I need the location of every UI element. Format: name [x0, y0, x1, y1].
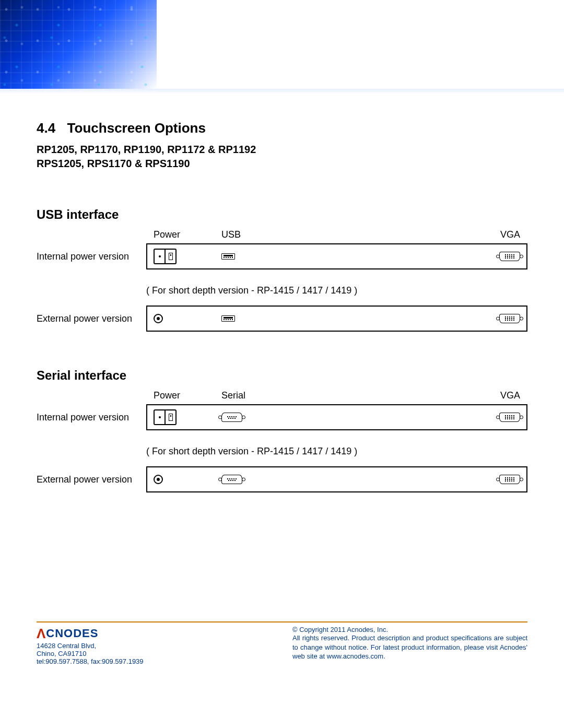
label-usb: USB — [221, 229, 473, 240]
usb-external-label: External power version — [37, 313, 141, 324]
usb-interface-heading: USB interface — [37, 207, 527, 222]
serial-interface-block: Serial interface Power Serial VGA Intern… — [37, 368, 527, 492]
usb-port-icon — [221, 253, 473, 260]
usb-internal-row: Internal power version — [37, 243, 527, 269]
header-banner-image — [0, 0, 157, 89]
serial-port-icon — [221, 475, 473, 484]
vga-port-icon — [473, 314, 520, 323]
dc-jack-icon — [154, 475, 221, 484]
usb-interface-block: USB interface Power USB VGA Internal pow… — [37, 207, 527, 332]
vga-port-icon — [473, 252, 520, 261]
vga-port-icon — [473, 475, 520, 484]
serial-port-icon — [221, 413, 473, 422]
usb-external-panel — [146, 306, 527, 332]
usb-port-labels: Power USB VGA — [146, 229, 527, 243]
label-power: Power — [154, 229, 221, 240]
footer-rule — [37, 621, 527, 623]
serial-external-panel — [146, 466, 527, 492]
usb-port-icon — [221, 315, 473, 322]
iec-power-icon — [154, 249, 221, 264]
brand-logo: ΛCNODES — [37, 626, 272, 642]
page-content: 4.4 Touchscreen Options RP1205, RP1170, … — [0, 94, 564, 492]
usb-internal-panel — [146, 243, 527, 269]
footer-right: © Copyright 2011 Acnodes, Inc. All right… — [292, 626, 527, 665]
footer-address1: 14628 Central Blvd, — [37, 642, 272, 650]
model-list-line2: RPS1205, RPS1170 & RPS1190 — [37, 157, 527, 171]
footer-address2: Chino, CA91710 — [37, 650, 272, 657]
section-title: Touchscreen Options — [67, 120, 206, 136]
serial-port-labels: Power Serial VGA — [146, 390, 527, 404]
section-heading: 4.4 Touchscreen Options — [37, 120, 527, 136]
model-list-line1: RP1205, RP1170, RP1190, RP1172 & RP1192 — [37, 143, 527, 157]
brand-text: CNODES — [46, 627, 98, 640]
label-vga: VGA — [473, 390, 520, 401]
serial-short-depth-note: ( For short depth version - RP-1415 / 14… — [146, 446, 527, 457]
dc-jack-icon — [154, 314, 221, 323]
footer-copyright: © Copyright 2011 Acnodes, Inc. — [292, 626, 527, 633]
serial-internal-panel — [146, 404, 527, 430]
footer-contact: tel:909.597.7588, fax:909.597.1939 — [37, 657, 272, 665]
vga-port-icon — [473, 413, 520, 422]
page-footer: ΛCNODES 14628 Central Blvd, Chino, CA917… — [37, 621, 527, 665]
serial-external-label: External power version — [37, 474, 141, 485]
serial-interface-heading: Serial interface — [37, 368, 527, 383]
iec-power-icon — [154, 409, 221, 425]
label-serial: Serial — [221, 390, 473, 401]
serial-header-row: Power Serial VGA — [37, 390, 527, 404]
serial-internal-label: Internal power version — [37, 412, 141, 423]
footer-legal: All rights reserved. Product description… — [292, 633, 527, 661]
usb-short-depth-note: ( For short depth version - RP-1415 / 14… — [146, 285, 527, 296]
section-number: 4.4 — [37, 120, 55, 136]
usb-header-row: Power USB VGA — [37, 229, 527, 243]
serial-external-row: External power version — [37, 466, 527, 492]
header-fade — [0, 89, 564, 94]
label-power: Power — [154, 390, 221, 401]
model-list: RP1205, RP1170, RP1190, RP1172 & RP1192 … — [37, 143, 527, 171]
footer-left: ΛCNODES 14628 Central Blvd, Chino, CA917… — [37, 626, 272, 665]
serial-internal-row: Internal power version — [37, 404, 527, 430]
usb-internal-label: Internal power version — [37, 251, 141, 262]
usb-external-row: External power version — [37, 306, 527, 332]
label-vga: VGA — [473, 229, 520, 240]
